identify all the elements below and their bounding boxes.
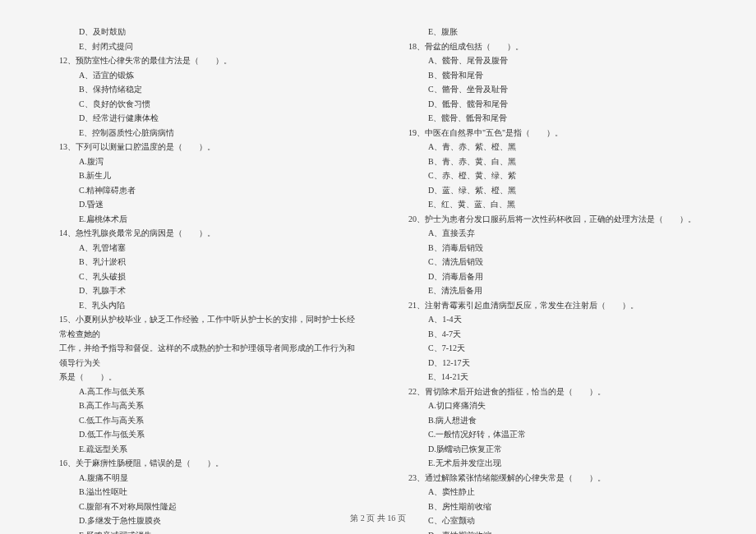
q20-option-d: D、消毒后备用 (399, 269, 707, 284)
q14-option-b: B、乳汁淤积 (49, 255, 357, 269)
q21-option-a: A、1-4天 (399, 312, 707, 327)
question-18: 18、骨盆的组成包括（ ）。 (399, 39, 707, 54)
right-column: E、腹胀 18、骨盆的组成包括（ ）。 A、髋骨、尾骨及腹骨 B、髋骨和尾骨 C… (399, 25, 707, 534)
page-footer: 第 2 页 共 16 页 (0, 513, 756, 524)
question-20: 20、护士为患者分发口服药后将一次性药杯收回，正确的处理方法是（ ）。 (399, 212, 707, 227)
q14-option-d: D、乳腺手术 (49, 283, 357, 298)
q19-option-b: B、青、赤、黄、白、黑 (399, 154, 707, 169)
q18-option-d: D、骶骨、髋骨和尾骨 (399, 97, 707, 112)
q22-option-b: B.病人想进食 (399, 413, 707, 428)
question-23: 23、通过解除紧张情绪能缓解的心律失常是（ ）。 (399, 471, 707, 486)
q15-continuation-1: 工作，并给予指导和督促。这样的不成熟的护士和护理领导者间形成的工作行为和领导行为… (49, 341, 357, 370)
question-12: 12、预防室性心律失常的最佳方法是（ ）。 (49, 53, 357, 68)
q13-option-d: D.昏迷 (49, 197, 357, 212)
question-21: 21、注射青霉素引起血清病型反应，常发生在注射后（ ）。 (399, 298, 707, 313)
q22-option-d: D.肠蠕动已恢复正常 (399, 442, 707, 457)
question-16: 16、关于麻痹性肠梗阻，错误的是（ ）。 (49, 456, 357, 471)
q18-option-c: C、骼骨、坐骨及耻骨 (399, 82, 707, 97)
q12-option-a: A、适宜的锻炼 (49, 68, 357, 83)
question-13: 13、下列可以测量口腔温度的是（ ）。 (49, 140, 357, 154)
q22-option-c: C.一般情况好转，体温正常 (399, 427, 707, 442)
question-22: 22、胃切除术后开始进食的指征，恰当的是（ ）。 (399, 384, 707, 399)
q15-option-e: E.疏远型关系 (49, 442, 357, 457)
q22-option-e: E.无术后并发症出现 (399, 456, 707, 471)
q23-option-a: A、窦性静止 (399, 485, 707, 499)
q17-option-e: E、腹胀 (399, 25, 707, 39)
q18-option-e: E、髋骨、骶骨和尾骨 (399, 111, 707, 126)
q21-option-d: D、12-17天 (399, 356, 707, 371)
q13-option-a: A.腹泻 (49, 154, 357, 169)
q19-option-c: C、赤、橙、黄、绿、紫 (399, 168, 707, 183)
q22-option-a: A.切口疼痛消失 (399, 398, 707, 413)
q13-option-c: C.精神障碍患者 (49, 183, 357, 198)
q14-option-c: C、乳头破损 (49, 269, 357, 284)
q20-option-c: C、清洗后销毁 (399, 255, 707, 269)
left-column: D、及时鼓励 E、封闭式提问 12、预防室性心律失常的最佳方法是（ ）。 A、适… (49, 25, 357, 534)
q15-option-d: D.低工作与低关系 (49, 427, 357, 442)
q19-option-e: E、红、黄、蓝、白、黑 (399, 197, 707, 212)
q23-option-b: B、房性期前收缩 (399, 499, 707, 514)
q12-option-c: C、良好的饮食习惯 (49, 97, 357, 112)
q14-option-a: A、乳管堵塞 (49, 241, 357, 255)
q21-option-e: E、14-21天 (399, 370, 707, 384)
q16-option-c: C.腹部有不对称局限性隆起 (49, 499, 357, 514)
q21-option-c: C、7-12天 (399, 341, 707, 356)
question-14: 14、急性乳腺炎最常见的病因是（ ）。 (49, 226, 357, 241)
q12-option-b: B、保持情绪稳定 (49, 82, 357, 97)
q12-option-e: E、控制器质性心脏病病情 (49, 126, 357, 140)
option-d: D、及时鼓励 (49, 25, 357, 39)
q20-option-b: B、消毒后销毁 (399, 241, 707, 255)
q15-continuation-2: 系是（ ）。 (49, 370, 357, 384)
q19-option-d: D、蓝、绿、紫、橙、黑 (399, 183, 707, 198)
q13-option-b: B.新生儿 (49, 168, 357, 183)
q18-option-b: B、髋骨和尾骨 (399, 68, 707, 83)
q21-option-b: B、4-7天 (399, 327, 707, 342)
question-19: 19、中医在自然界中"五色"是指（ ）。 (399, 126, 707, 140)
q15-option-b: B.高工作与高关系 (49, 398, 357, 413)
q18-option-a: A、髋骨、尾骨及腹骨 (399, 53, 707, 68)
q12-option-d: D、经常进行健康体检 (49, 111, 357, 126)
q23-option-d: D、事性期前收缩 (399, 528, 707, 535)
q13-option-e: E.扁桃体术后 (49, 212, 357, 227)
question-15: 15、小夏刚从护校毕业，缺乏工作经验，工作中听从护士长的安排，同时护士长经常检查… (49, 312, 357, 341)
q14-option-e: E、乳头内陷 (49, 298, 357, 313)
q16-option-b: B.溢出性呕吐 (49, 485, 357, 499)
q15-option-c: C.低工作与高关系 (49, 413, 357, 428)
q20-option-a: A、直接丢弃 (399, 226, 707, 241)
option-e: E、封闭式提问 (49, 39, 357, 54)
q19-option-a: A、青、赤、紫、橙、黑 (399, 140, 707, 154)
q15-option-a: A.高工作与低关系 (49, 384, 357, 399)
q16-option-e: E.肠鸣音减弱或消失 (49, 528, 357, 535)
q16-option-a: A.腹痛不明显 (49, 471, 357, 486)
q20-option-e: E、清洗后备用 (399, 283, 707, 298)
